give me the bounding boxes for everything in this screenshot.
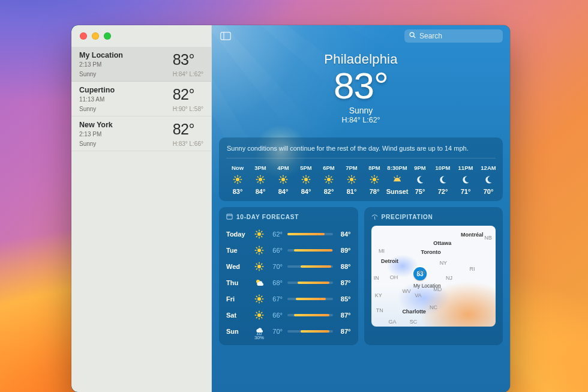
hour-time: 12AM	[481, 164, 496, 171]
location-time: 2:13 PM	[79, 131, 173, 139]
precip-chance: 30%	[254, 335, 264, 340]
map-label: Detroit	[381, 258, 398, 264]
svg-line-81	[262, 231, 262, 232]
location-condition: Sunny	[79, 106, 173, 112]
svg-point-110	[257, 313, 261, 317]
sun-icon	[256, 175, 265, 184]
hour-value: 75°	[415, 188, 425, 195]
weather-window: My Location83°2:13 PMSunnyH:84° L:62°Cup…	[71, 25, 510, 392]
day-name: Fri	[226, 295, 249, 303]
sun-icon	[324, 175, 334, 184]
svg-line-55	[354, 182, 355, 182]
moon-icon	[484, 175, 493, 184]
hour-time: 5PM	[300, 164, 312, 171]
high-low: H:84° L:62°	[212, 116, 510, 124]
hour-cell: 11PM71°	[454, 164, 477, 195]
location-row[interactable]: New York82°2:13 PMSunnyH:83° L:66°	[71, 116, 211, 151]
toggle-sidebar-button[interactable]	[219, 31, 232, 41]
hour-value: 81°	[347, 188, 357, 195]
day-high: 87°	[333, 279, 351, 286]
day-name: Thu	[226, 279, 249, 286]
location-high-low: H:90° L:58°	[173, 106, 203, 112]
hour-time: 7PM	[346, 164, 358, 171]
search-input[interactable]	[419, 32, 491, 40]
svg-line-11	[235, 182, 235, 182]
hour-time: Now	[232, 164, 244, 171]
hour-time: 8:30PM	[387, 164, 407, 171]
svg-point-40	[327, 178, 331, 181]
svg-line-99	[262, 264, 262, 264]
ten-day-list: Today62°84°Tue66°89°Wed70°88°Thu68°87°Fr…	[226, 226, 351, 339]
condition-label: Sunny	[212, 106, 510, 115]
location-temp: 82°	[173, 86, 203, 103]
svg-line-107	[262, 301, 262, 301]
svg-point-101	[257, 297, 261, 301]
hour-time: 11PM	[458, 164, 473, 171]
map-label: GA	[389, 319, 397, 325]
hourly-summary: Sunny conditions will continue for the r…	[226, 143, 496, 158]
day-name: Wed	[226, 263, 249, 270]
zoom-button[interactable]	[104, 32, 111, 40]
ten-day-card[interactable]: 10-DAY FORECAST Today62°84°Tue66°89°Wed7…	[219, 207, 358, 345]
svg-line-39	[308, 176, 309, 177]
precip-card[interactable]: PRECIPITATION 83 My Location MontréalOtt…	[364, 207, 503, 345]
sun-icon	[370, 175, 379, 184]
svg-point-49	[350, 178, 353, 181]
svg-line-21	[263, 176, 263, 177]
svg-line-36	[303, 176, 304, 177]
svg-line-115	[256, 312, 257, 313]
calendar-icon	[226, 213, 233, 221]
location-row[interactable]: Cupertino82°11:13 AMSunnyH:90° L:58°	[71, 82, 211, 116]
hourly-card[interactable]: Sunny conditions will continue for the r…	[219, 137, 503, 201]
sun-icon	[249, 294, 269, 304]
day-low: 66°	[269, 247, 287, 254]
svg-rect-71	[227, 214, 232, 219]
svg-point-31	[304, 178, 308, 181]
minimize-button[interactable]	[92, 32, 99, 40]
hour-value: 83°	[233, 188, 243, 195]
hour-value: 82°	[324, 188, 334, 195]
hour-cell: 6PM82°	[317, 164, 340, 195]
search-field[interactable]	[404, 29, 503, 43]
hour-value: 78°	[370, 188, 380, 195]
svg-line-57	[354, 176, 355, 177]
day-low: 68°	[269, 279, 287, 286]
svg-line-45	[326, 176, 326, 177]
day-high: 87°	[333, 312, 351, 319]
ten-day-title-text: 10-DAY FORECAST	[236, 214, 299, 220]
hour-cell: 4PM84°	[272, 164, 295, 195]
map-label: NJ	[446, 275, 452, 281]
svg-line-37	[308, 182, 309, 182]
day-low: 66°	[269, 312, 287, 319]
temp-range-bar	[287, 249, 333, 252]
svg-line-116	[262, 317, 262, 318]
svg-line-78	[256, 231, 257, 232]
close-button[interactable]	[80, 32, 87, 40]
hour-time: 10PM	[436, 164, 451, 171]
temp-range-bar	[287, 298, 333, 300]
sun-icon	[347, 175, 356, 184]
hour-cell: 8PM78°	[363, 164, 386, 195]
svg-line-109	[262, 296, 262, 297]
search-icon	[409, 32, 416, 40]
svg-line-66	[377, 176, 377, 177]
svg-point-13	[259, 178, 262, 181]
svg-line-38	[303, 182, 304, 182]
hour-cell: 8:30PMSunset	[386, 164, 409, 195]
sun-icon	[249, 262, 269, 271]
location-high-low: H:84° L:62°	[173, 71, 203, 77]
svg-line-89	[256, 252, 257, 253]
svg-line-19	[263, 182, 263, 182]
day-name: Today	[226, 231, 249, 238]
day-high: 85°	[333, 295, 351, 303]
precip-map[interactable]: 83 My Location MontréalOttawaTorontoDetr…	[371, 226, 496, 327]
svg-line-88	[262, 252, 262, 253]
hour-cell: 9PM75°	[409, 164, 431, 195]
location-high-low: H:83° L:66°	[173, 140, 203, 147]
svg-point-91	[257, 265, 261, 268]
temp-range-bar	[287, 330, 333, 333]
map-label: MD	[433, 286, 442, 292]
hour-value: 84°	[256, 188, 266, 195]
location-row[interactable]: My Location83°2:13 PMSunnyH:84° L:62°	[71, 47, 211, 82]
location-name: My Location	[79, 51, 173, 61]
